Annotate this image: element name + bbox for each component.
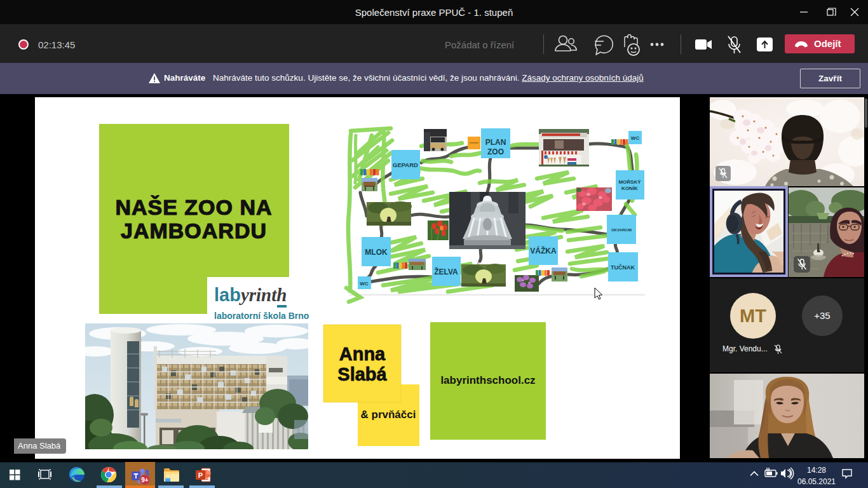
svg-text:Anna: Anna <box>339 344 386 364</box>
svg-text:P: P <box>198 471 203 479</box>
svg-text:ZOO: ZOO <box>487 147 504 156</box>
svg-text:9+: 9+ <box>141 477 149 484</box>
svg-text:WC: WC <box>360 281 369 287</box>
svg-text:labyrinthschool.cz: labyrinthschool.cz <box>440 374 535 386</box>
svg-text:labyrinth: labyrinth <box>214 285 287 305</box>
svg-text:MOŘSKÝ: MOŘSKÝ <box>618 179 641 185</box>
svg-text:TUČNAK: TUČNAK <box>611 264 635 271</box>
svg-text:& prvňáčci: & prvňáčci <box>361 409 416 421</box>
svg-text:GEPARD: GEPARD <box>393 161 418 168</box>
svg-text:PLAN: PLAN <box>485 138 506 147</box>
svg-text:KONÍK: KONÍK <box>621 186 638 191</box>
svg-text:laboratorní škola Brno: laboratorní škola Brno <box>214 311 309 321</box>
svg-text:ŽELVA: ŽELVA <box>434 267 458 276</box>
svg-text:JAMBOARDU: JAMBOARDU <box>121 219 267 243</box>
svg-text:NAŠE ZOO NA: NAŠE ZOO NA <box>115 195 272 219</box>
svg-text:MLOK: MLOK <box>365 248 388 257</box>
svg-text:WC: WC <box>631 135 640 141</box>
svg-text:VÁŽKA: VÁŽKA <box>530 246 557 255</box>
svg-text:OKVARIUM: OKVARIUM <box>611 228 632 232</box>
svg-text:Slabá: Slabá <box>337 364 387 384</box>
